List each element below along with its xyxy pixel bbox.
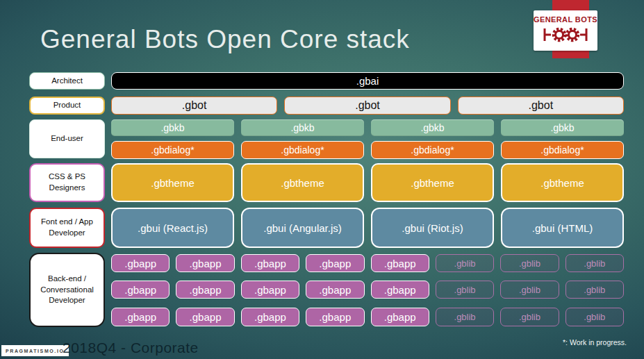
gblib-box: .gblib [436, 281, 494, 299]
row-gbdialog: .gbdialog* .gbdialog* .gbdialog* .gbdial… [111, 141, 624, 159]
gblib-box: .gblib [500, 308, 559, 326]
gbot-box: .gbot [284, 97, 450, 115]
gbui-html-box: .gbui (HTML) [501, 208, 624, 248]
row-backend-1: .gbapp .gbapp .gbapp .gbapp .gbapp .gbli… [111, 254, 624, 272]
row-gbai: .gbai [111, 72, 624, 90]
gbapp-box: .gbapp [176, 254, 234, 272]
slide-canvas: GENERAL BOTS General Bots Open Core stac… [0, 0, 644, 359]
gblib-box: .gblib [565, 308, 624, 326]
gbtheme-box: .gbtheme [501, 163, 624, 202]
gbkb-box: .gbkb [501, 119, 624, 136]
row-gbtheme: .gbtheme .gbtheme .gbtheme .gbtheme [111, 163, 624, 202]
gbkb-box: .gbkb [241, 119, 364, 136]
gears-icon [540, 24, 591, 46]
gbkb-box: .gbkb [111, 119, 234, 136]
role-label-architect: Architect [29, 72, 105, 90]
gbdialog-box: .gbdialog* [241, 141, 364, 159]
role-label-product: Product [29, 97, 105, 115]
slide-title: General Bots Open Core stack [40, 25, 410, 54]
gbot-box: .gbot [458, 97, 624, 115]
gbapp-box: .gbapp [111, 281, 170, 299]
gblib-box: .gblib [500, 254, 559, 272]
gbapp-box: .gbapp [241, 281, 299, 299]
gbapp-box: .gbapp [371, 254, 429, 272]
gbapp-box: .gbapp [111, 308, 170, 326]
row-gbui: .gbui (React.js) .gbui (Angular.js) .gbu… [111, 208, 624, 248]
gbapp-box: .gbapp [176, 281, 234, 299]
gbtheme-box: .gbtheme [371, 163, 494, 202]
role-label-css-ps-designers: CSS & PS Designers [29, 163, 105, 202]
gbui-angular-box: .gbui (Angular.js) [241, 208, 364, 248]
gbai-box: .gbai [111, 72, 624, 90]
gbdialog-box: .gbdialog* [111, 141, 234, 159]
row-gbkb: .gbkb .gbkb .gbkb .gbkb [111, 119, 624, 136]
pragmatismo-watermark: PRAGMATISMO.IO [1, 345, 69, 356]
logo-brand-text: GENERAL BOTS [534, 16, 597, 24]
row-backend-2: .gbapp .gbapp .gbapp .gbapp .gbapp .gbli… [111, 281, 624, 299]
gblib-box: .gblib [565, 254, 624, 272]
gblib-box: .gblib [500, 281, 559, 299]
general-bots-logo: GENERAL BOTS [534, 10, 597, 51]
gbapp-box: .gbapp [306, 281, 364, 299]
gbapp-box: .gbapp [306, 254, 364, 272]
gbapp-box: .gbapp [306, 308, 364, 326]
gbtheme-box: .gbtheme [241, 163, 364, 202]
gblib-box: .gblib [436, 308, 494, 326]
gblib-box: .gblib [436, 254, 494, 272]
gbui-react-box: .gbui (React.js) [111, 208, 234, 248]
role-label-end-user: End-user [29, 119, 105, 158]
gbtheme-box: .gbtheme [111, 163, 234, 202]
footer-date-text: 2018Q4 - Corporate [63, 340, 199, 356]
gbapp-box: .gbapp [176, 308, 234, 326]
work-in-progress-note: *: Work in progress. [563, 338, 627, 347]
gbot-box: .gbot [111, 97, 277, 115]
role-label-backend-conversational-developer: Back-end / Conversational Developer [29, 253, 105, 327]
gbapp-box: .gbapp [111, 254, 170, 272]
gbapp-box: .gbapp [371, 281, 429, 299]
gbdialog-box: .gbdialog* [501, 141, 624, 159]
row-backend-3: .gbapp .gbapp .gbapp .gbapp .gbapp .gbli… [111, 308, 624, 326]
gbui-riot-box: .gbui (Riot.js) [371, 208, 494, 248]
row-gbot: .gbot .gbot .gbot [111, 97, 624, 115]
role-label-frontend-app-developer: Font end / App Developer [29, 208, 105, 248]
gbkb-box: .gbkb [371, 119, 494, 136]
gblib-box: .gblib [565, 281, 624, 299]
gbdialog-box: .gbdialog* [371, 141, 494, 159]
gbapp-box: .gbapp [371, 308, 429, 326]
gbapp-box: .gbapp [241, 254, 299, 272]
gbapp-box: .gbapp [241, 308, 299, 326]
